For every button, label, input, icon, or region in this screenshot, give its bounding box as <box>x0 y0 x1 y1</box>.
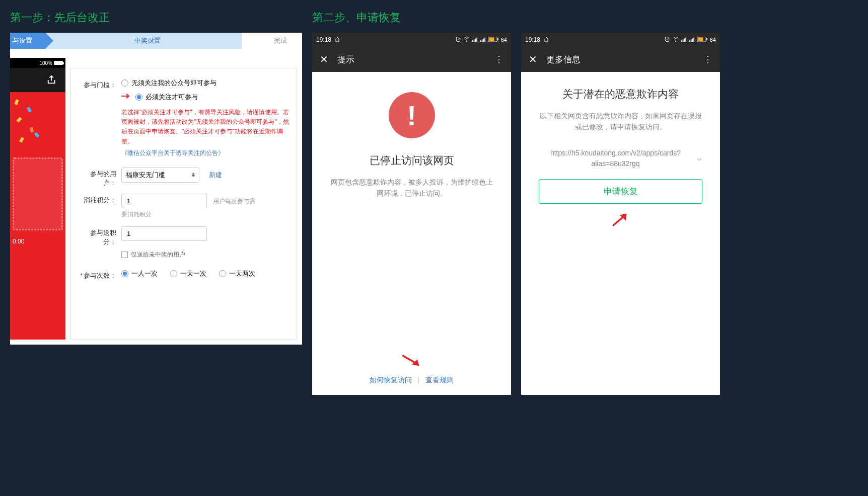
wechat-policy-link[interactable]: 《微信公众平台关于诱导关注的公告》 <box>121 149 289 157</box>
signal-icon-2 <box>689 37 695 43</box>
svg-rect-19 <box>689 40 690 42</box>
svg-rect-7 <box>482 39 483 42</box>
signal-icon-2 <box>480 37 486 43</box>
svg-rect-22 <box>693 37 694 41</box>
svg-rect-3 <box>474 39 475 42</box>
select-chevron-icon <box>192 173 195 177</box>
alarm-icon <box>664 36 670 43</box>
svg-rect-2 <box>472 40 473 42</box>
android-status-bar: 19:18 <box>521 33 720 47</box>
blocked-desc: 网页包含恶意欺诈内容，被多人投诉，为维护绿色上网环境，已停止访问。 <box>327 177 496 199</box>
view-rules-link[interactable]: 查看规则 <box>425 376 454 384</box>
svg-rect-8 <box>483 38 484 41</box>
url-row[interactable]: https://h5.koudaitong.com/v2/apps/cards?… <box>539 148 702 169</box>
svg-rect-20 <box>691 39 692 42</box>
user-select[interactable]: 福康安无门槛 <box>121 168 199 183</box>
svg-rect-17 <box>684 38 685 41</box>
phone-preview: 100% 0:00 <box>10 58 65 340</box>
threshold-label: 参与门槛： <box>79 78 121 90</box>
preview-time: 0:00 <box>10 235 65 250</box>
svg-rect-25 <box>706 38 707 41</box>
alert-icon: ! <box>389 92 435 138</box>
step-tabs: 与设置 中奖设置 完成 <box>10 33 302 49</box>
tab-prize[interactable]: 中奖设置 <box>45 33 242 49</box>
form-panel: 参与门槛： 无须关注我的公众号即可参与 必须关注才可 <box>70 68 297 340</box>
battery-icon <box>697 37 707 43</box>
malicious-heading: 关于潜在的恶意欺诈内容 <box>562 87 679 101</box>
svg-rect-18 <box>685 37 686 41</box>
cost-label: 消耗积分： <box>79 194 121 205</box>
svg-point-14 <box>675 41 676 42</box>
svg-rect-24 <box>698 37 703 41</box>
header-title: 更多信息 <box>546 54 581 65</box>
bonus-input[interactable] <box>121 226 207 241</box>
close-icon[interactable]: ✕ <box>529 53 537 65</box>
alarm-icon <box>455 36 461 43</box>
battery-percent: 100% <box>39 60 52 66</box>
svg-rect-21 <box>692 38 693 41</box>
count-label: 参与次数： <box>79 269 121 280</box>
svg-rect-9 <box>484 37 485 41</box>
svg-point-1 <box>466 41 467 42</box>
count-opt-once[interactable]: 一人一次 <box>121 269 158 278</box>
wifi-icon <box>464 36 470 43</box>
blocked-heading: 已停止访问该网页 <box>370 153 454 168</box>
step1-title: 第一步：先后台改正 <box>10 10 302 25</box>
tab-settings[interactable]: 与设置 <box>10 33 45 49</box>
header-title: 提示 <box>337 54 354 65</box>
svg-rect-15 <box>681 40 682 42</box>
cost-hint: 用户每次参与需 <box>213 198 255 205</box>
svg-rect-11 <box>489 37 494 41</box>
more-icon[interactable]: ⋮ <box>494 54 503 65</box>
home-icon <box>543 36 549 44</box>
cost-hint2: 要消耗积分 <box>121 210 289 219</box>
svg-rect-6 <box>480 40 481 42</box>
apply-restore-button[interactable]: 申请恢复 <box>539 179 702 204</box>
svg-rect-16 <box>683 39 684 42</box>
user-label: 参与的用户： <box>79 168 121 188</box>
warning-text: 若选择"必须关注才可参与"，有诱导关注风险，请谨慎使用。若页面被封，请先将活动改… <box>121 108 289 146</box>
wifi-icon <box>673 36 679 43</box>
android-status-bar: 19:18 <box>312 33 511 47</box>
pointer-arrow-icon <box>121 93 131 102</box>
new-link[interactable]: 新建 <box>209 171 222 179</box>
pointer-arrow-icon <box>610 211 631 229</box>
step2-title: 第二步、申请恢复 <box>312 10 720 25</box>
wechat-header: ✕ 提示 ⋮ <box>312 47 511 72</box>
phone-blocked: 19:18 <box>312 33 511 395</box>
count-opt-daily2[interactable]: 一天两次 <box>219 269 255 278</box>
bonus-label: 参与送积分： <box>79 226 121 246</box>
more-icon[interactable]: ⋮ <box>703 54 712 65</box>
phone-moreinfo: 19:18 <box>521 33 720 395</box>
bonus-checkbox[interactable]: 仅送给未中奖的用户 <box>121 251 289 259</box>
pointer-arrow-icon <box>400 354 423 371</box>
threshold-opt-follow[interactable]: 必须关注才可参与 <box>135 93 198 102</box>
svg-rect-5 <box>476 37 477 41</box>
close-icon[interactable]: ✕ <box>320 53 328 65</box>
wechat-header: ✕ 更多信息 ⋮ <box>521 47 720 72</box>
share-icon[interactable] <box>47 74 58 86</box>
svg-rect-4 <box>475 38 476 41</box>
threshold-opt-nofollow[interactable]: 无须关注我的公众号即可参与 <box>121 78 289 88</box>
how-restore-link[interactable]: 如何恢复访问 <box>370 376 412 384</box>
signal-icon <box>681 37 687 43</box>
count-opt-daily[interactable]: 一天一次 <box>170 269 206 278</box>
malicious-desc: 以下相关网页含有恶意欺诈内容，如果网页存在误报或已修改，请申请恢复访问。 <box>539 110 702 133</box>
tab-done[interactable]: 完成 <box>242 33 302 49</box>
chevron-down-icon <box>696 155 702 161</box>
home-icon <box>334 36 340 44</box>
settings-panel: 与设置 中奖设置 完成 100% <box>10 33 302 345</box>
svg-rect-12 <box>497 38 498 41</box>
cost-input[interactable] <box>121 194 207 208</box>
signal-icon <box>472 37 478 43</box>
battery-icon <box>488 37 498 43</box>
blocked-url: https://h5.koudaitong.com/v2/apps/cards?… <box>539 148 692 169</box>
